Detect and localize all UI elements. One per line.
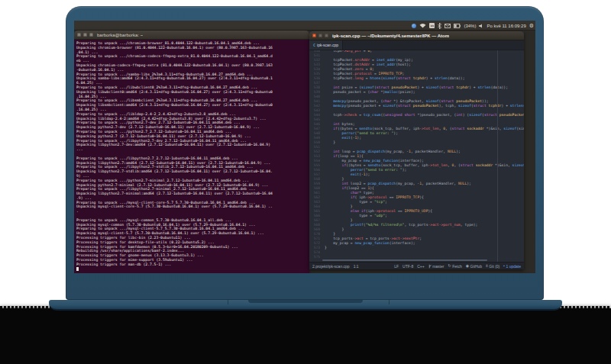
status-encoding[interactable]: UTF-8 <box>402 264 413 269</box>
tab-ipk-scan[interactable]: C ipk-scan.cpp <box>309 40 343 50</box>
battery-percent[interactable]: (34%) <box>464 24 476 28</box>
status-updates[interactable]: ▪1 update <box>503 264 521 269</box>
git-diff-icon: ± <box>486 264 488 268</box>
status-grammar[interactable]: C++ <box>417 264 424 269</box>
status-fetch[interactable]: ↻Fetch <box>448 264 461 269</box>
status-github[interactable]: ◉GitHub <box>466 264 482 269</box>
terminal-titlebar: barborka@barborka: ~ <box>74 31 309 40</box>
status-bar: 2.projekt/ipk-scan.cpp 1:1 LF UTF-8 C++ … <box>309 262 524 269</box>
terminal-output[interactable]: Preparing to unpack .../chromium-browser… <box>74 40 309 273</box>
atom-title: ipk-scan.cpp — ~/Dokumenty/4.semester/IP… <box>332 34 449 38</box>
update-package-icon: ▪ <box>503 264 505 268</box>
battery-icon[interactable] <box>454 24 461 28</box>
terminal-title: barborka@barborka: ~ <box>97 33 143 37</box>
terminal-line: Unpacking chromium-browser (81.0.4044.12… <box>76 46 307 50</box>
screen: cs (34%) Po kvě 11 16:09:29 ⚙ <box>74 21 535 273</box>
laptop-base-notch <box>248 300 363 303</box>
clock[interactable]: Po kvě 11 16:09:29 <box>487 24 525 28</box>
status-git-changes[interactable]: ±Git (0) <box>486 264 499 269</box>
status-branch[interactable]: master <box>428 264 445 269</box>
wrap-guide <box>497 50 498 262</box>
status-cursor-position[interactable]: 1:1 <box>354 264 359 269</box>
terminal-line: Unpacking libsmbclient:amd64 (2:4.3.11+d… <box>76 103 307 108</box>
atom-minimize-button[interactable] <box>318 34 322 37</box>
terminal-maximize-button[interactable] <box>89 33 93 37</box>
mail-icon[interactable] <box>445 24 451 28</box>
atom-close-button[interactable] <box>312 34 316 37</box>
base-seam-right <box>389 300 390 304</box>
terminal-close-button[interactable] <box>77 33 81 37</box>
app-indicator-icon[interactable] <box>412 24 416 28</box>
laptop-shadow <box>0 308 611 364</box>
terminal-cursor <box>76 267 79 271</box>
terminal-window: barborka@barborka: ~ Preparing to unpack… <box>74 31 309 273</box>
terminal-line: Unpacking libpython2.7-stdlib:amd64 (2.7… <box>76 169 307 174</box>
terminal-minimize-button[interactable] <box>83 33 87 37</box>
atom-maximize-button[interactable] <box>325 34 328 37</box>
code-area[interactable]: tcph->urg_ptr = 0; tcpPacket.srcAddr = i… <box>322 50 524 262</box>
atom-window: ipk-scan.cpp — ~/Dokumenty/4.semester/IP… <box>309 31 524 269</box>
base-seam-left <box>228 300 228 304</box>
line-number: 575 <box>309 255 320 259</box>
terminal-line: Unpacking chromium-codecs-ffmpeg-extra (… <box>76 63 307 68</box>
wifi-icon[interactable] <box>419 23 426 28</box>
atom-titlebar: ipk-scan.cpp — ~/Dokumenty/4.semester/IP… <box>309 31 524 40</box>
tab-label: ipk-scan.cpp <box>317 43 338 47</box>
terminal-line: Unpacking samba-libs:amd64 (2:4.3.11+dfs… <box>76 76 307 81</box>
line-number-gutter: 5305315325335345355365375385395405415425… <box>309 50 322 262</box>
terminal-line: Unpacking libwbclient0:amd64 (2:4.3.11+d… <box>76 90 307 95</box>
terminal-line: Preparing to unpack .../chromium-codecs-… <box>76 54 307 59</box>
code-editor[interactable]: 5305315325335345355365375385395405415425… <box>309 50 524 262</box>
volume-icon[interactable] <box>479 24 483 28</box>
horizontal-scrollbar[interactable] <box>322 259 487 261</box>
status-file-path[interactable]: 2.projekt/ipk-scan.cpp <box>312 264 350 269</box>
code-line: tcph->check = tcp_csum((unsigned short *… <box>325 113 524 118</box>
branch-icon <box>428 264 432 269</box>
cpp-file-icon: C <box>313 43 315 47</box>
terminal-line: Unpacking libpython2.7-minimal:amd64 (2.… <box>76 192 307 196</box>
bluetooth-icon[interactable] <box>438 23 441 29</box>
keyboard-layout-indicator[interactable]: cs <box>429 23 435 28</box>
laptop-base <box>49 300 562 311</box>
terminal-line: Unpacking mysql-client-core-5.7 (5.7.30-… <box>76 205 307 209</box>
github-icon: ◉ <box>466 264 469 268</box>
sync-icon: ↻ <box>448 264 451 268</box>
tab-bar: C ipk-scan.cpp <box>309 40 524 50</box>
status-line-ending[interactable]: LF <box>394 264 399 269</box>
session-gear-icon[interactable]: ⚙ <box>529 23 534 28</box>
top-panel: cs (34%) Po kvě 11 16:09:29 ⚙ <box>74 21 535 31</box>
code-line: memcpy(pseudo_packet + sizeof(struct pse… <box>325 104 524 108</box>
system-tray: cs (34%) Po kvě 11 16:09:29 ⚙ <box>412 21 534 31</box>
